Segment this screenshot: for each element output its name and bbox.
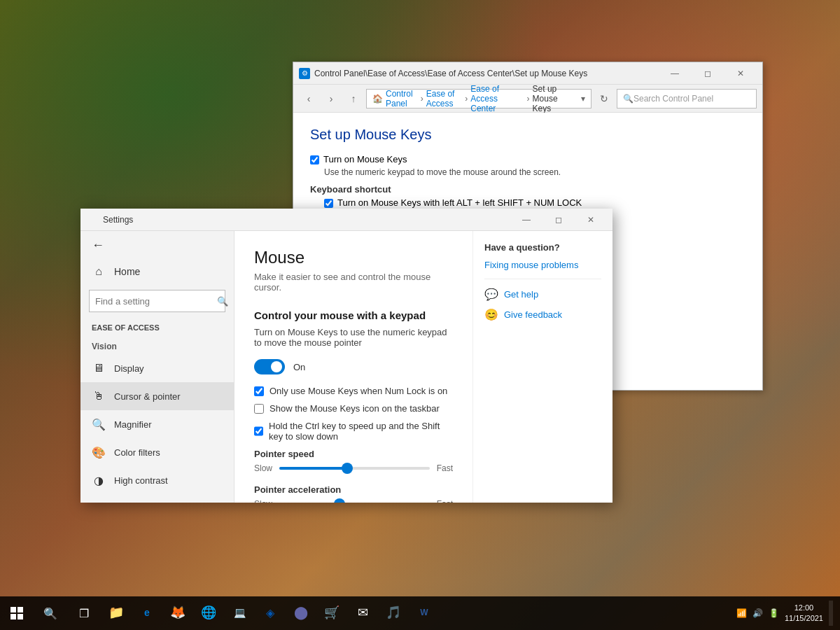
sidebar-home-item[interactable]: ⌂ Home	[80, 259, 234, 284]
cp-turn-on-checkbox[interactable]	[310, 155, 319, 164]
pointer-speed-fill	[279, 467, 347, 470]
taskbar-chrome-app[interactable]: 🌐	[193, 596, 224, 630]
taskbar-media-app[interactable]: 🎵	[378, 596, 409, 630]
settings-page-title: Mouse	[254, 248, 453, 267]
settings-section-title: Control your mouse with a keypad	[254, 309, 453, 321]
fixing-mouse-problems-link[interactable]: Fixing mouse problems	[484, 260, 601, 270]
nav-breadcrumb: 🏠 Control Panel › Ease of Access › Ease …	[366, 89, 592, 108]
pointer-accel-slow-label: Slow	[254, 499, 272, 503]
task-view-button[interactable]: ❐	[67, 596, 101, 630]
color-filters-icon: 🎨	[92, 445, 106, 459]
settings-close-button[interactable]: ✕	[575, 209, 607, 231]
settings-subtitle: Make it easier to see and control the mo…	[254, 272, 453, 293]
breadcrumb-home-icon[interactable]: 🏠	[372, 94, 383, 104]
breadcrumb-ease-center[interactable]: Ease of Access Center	[470, 84, 524, 113]
maximize-button[interactable]: ◻	[692, 62, 724, 85]
pointer-accel-label: Pointer acceleration	[254, 484, 453, 495]
taskbar-explorer-app[interactable]: 📁	[101, 596, 132, 630]
sidebar-item-narrator[interactable]: 📢 Narrator	[80, 494, 234, 503]
taskbar-edge2-app[interactable]: ◈	[255, 596, 286, 630]
pointer-speed-thumb[interactable]	[342, 463, 353, 474]
magnifier-icon: 🔍	[92, 417, 106, 431]
ctrl-shift-checkbox-row: Hold the Ctrl key to speed up and the Sh…	[254, 421, 453, 442]
breadcrumb-ease-of-access[interactable]: Ease of Access	[426, 89, 463, 108]
start-button[interactable]	[0, 596, 34, 630]
sidebar-vision-header: Vision	[80, 333, 234, 354]
settings-search-input[interactable]	[95, 296, 213, 307]
svg-rect-0	[10, 607, 16, 612]
display-icon: 🖥	[92, 361, 106, 375]
control-panel-search[interactable]: 🔍 Search Control Panel	[617, 89, 757, 108]
settings-right-panel: Have a question? Fixing mouse problems 💬…	[472, 231, 612, 503]
settings-window-controls: — ◻ ✕	[510, 209, 607, 231]
taskbar-cmd-app[interactable]: 💻	[224, 596, 255, 630]
mouse-keys-toggle[interactable]	[254, 359, 285, 374]
pointer-accel-fast-label: Fast	[437, 499, 453, 503]
svg-rect-1	[18, 607, 23, 612]
settings-section-desc: Turn on Mouse Keys to use the numeric ke…	[254, 327, 453, 348]
taskbar-clock[interactable]: 12:00 11/15/2021	[785, 603, 823, 624]
taskbar-store-app[interactable]: 🛒	[316, 596, 347, 630]
cp-keyboard-shortcut-label: Keyboard shortcut	[310, 184, 746, 195]
pointer-speed-slow-label: Slow	[254, 463, 272, 473]
sidebar-item-magnifier[interactable]: 🔍 Magnifier	[80, 410, 234, 438]
nav-bar: ‹ › ↑ 🏠 Control Panel › Ease of Access ›…	[293, 85, 762, 113]
settings-body: ← ⌂ Home 🔍 Ease of Access Vision 🖥 Displ…	[80, 231, 612, 503]
cp-shortcut-label: Turn on Mouse Keys with left ALT + left …	[337, 197, 582, 208]
feedback-icon: 😊	[484, 308, 498, 321]
taskbar-mail-app[interactable]: ✉	[347, 596, 378, 630]
pointer-speed-track	[279, 467, 430, 470]
taskbar-teams-app[interactable]: ⬤	[286, 596, 316, 630]
breadcrumb-dropdown[interactable]: ▾	[581, 94, 585, 104]
settings-minimize-button[interactable]: —	[510, 209, 542, 231]
taskbar-edge-app[interactable]: e	[132, 596, 162, 630]
taskbar-search-button[interactable]: 🔍	[34, 596, 67, 630]
ctrl-shift-label: Hold the Ctrl key to speed up and the Sh…	[269, 421, 453, 442]
pointer-accel-slider-row: Slow Fast	[254, 499, 453, 503]
pointer-accel-thumb[interactable]	[334, 498, 345, 503]
search-icon: 🔍	[623, 94, 634, 104]
taskbar-network-icon: 📶	[736, 608, 747, 618]
search-placeholder-text: Search Control Panel	[634, 94, 713, 104]
close-button[interactable]: ✕	[724, 62, 757, 85]
sidebar-item-display[interactable]: 🖥 Display	[80, 354, 234, 382]
settings-search-icon[interactable]: 🔍	[217, 296, 228, 307]
settings-window: Settings — ◻ ✕ ← ⌂ Home 🔍 Ease of Acce	[80, 209, 612, 503]
taskbar-word-app[interactable]: W	[409, 596, 440, 630]
cp-shortcut-checkbox[interactable]	[324, 199, 333, 208]
cp-shortcut-row: Turn on Mouse Keys with left ALT + left …	[310, 197, 746, 208]
nav-back-button[interactable]: ‹	[299, 89, 318, 108]
refresh-button[interactable]: ↻	[594, 89, 614, 108]
pointer-speed-label: Pointer speed	[254, 449, 453, 459]
control-panel-titlebar: ⚙ Control Panel\Ease of Access\Ease of A…	[293, 62, 762, 85]
desktop: ⚙ Control Panel\Ease of Access\Ease of A…	[0, 0, 840, 630]
windows-icon	[10, 607, 23, 620]
pointer-speed-slider-row: Slow Fast	[254, 463, 453, 473]
breadcrumb-separator-1: ›	[421, 94, 424, 104]
give-feedback-action[interactable]: 😊 Give feedback	[484, 308, 601, 321]
minimize-button[interactable]: —	[659, 62, 691, 85]
taskbar-firefox-app[interactable]: 🦊	[162, 596, 193, 630]
sidebar-item-color-filters[interactable]: 🎨 Color filters	[80, 438, 234, 466]
cursor-icon: 🖱	[92, 389, 106, 403]
breadcrumb-control-panel[interactable]: Control Panel	[386, 89, 418, 108]
sidebar-item-cursor[interactable]: 🖱 Cursor & pointer	[80, 382, 234, 410]
get-help-action[interactable]: 💬 Get help	[484, 288, 601, 301]
settings-maximize-button[interactable]: ◻	[542, 209, 575, 231]
sidebar-item-high-contrast[interactable]: ◑ High contrast	[80, 466, 234, 494]
num-lock-checkbox-row: Only use Mouse Keys when Num Lock is on	[254, 386, 453, 396]
taskbar-icon-checkbox[interactable]	[254, 404, 264, 414]
settings-sidebar: ← ⌂ Home 🔍 Ease of Access Vision 🖥 Displ…	[80, 231, 234, 503]
cp-turn-on-desc-indent: Use the numeric keypad to move the mouse…	[310, 167, 746, 177]
sidebar-back-button[interactable]: ←	[80, 231, 234, 259]
settings-search-box[interactable]: 🔍	[89, 290, 225, 312]
show-desktop-button[interactable]	[829, 601, 833, 626]
get-help-label: Get help	[504, 289, 538, 300]
ctrl-shift-checkbox[interactable]	[254, 426, 263, 436]
nav-up-button[interactable]: ↑	[344, 89, 363, 108]
give-feedback-label: Give feedback	[504, 309, 562, 320]
taskbar-left: 🔍 ❐ 📁 e 🦊 🌐 💻 ◈ ⬤ 🛒 ✉ 🎵 W	[0, 596, 736, 630]
num-lock-checkbox[interactable]	[254, 386, 264, 396]
nav-forward-button[interactable]: ›	[321, 89, 341, 108]
window-controls: — ◻ ✕	[659, 62, 757, 85]
